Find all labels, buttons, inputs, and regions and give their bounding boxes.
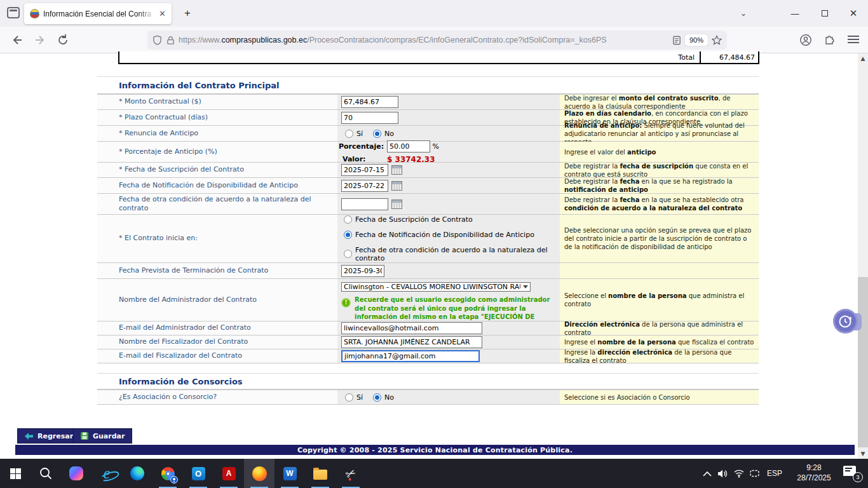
browser-tabstrip: Información Esencial del Contra ✕ + ⌄ — … xyxy=(0,0,868,27)
renuncia-no-radio[interactable] xyxy=(373,130,381,138)
lock-icon[interactable] xyxy=(166,36,175,45)
clock[interactable]: 9:28 28/7/2025 xyxy=(792,463,836,483)
taskbar-copilot-button[interactable] xyxy=(61,459,92,488)
field-label: * Plazo Contractual (días) xyxy=(97,110,337,125)
tab-close-icon[interactable]: ✕ xyxy=(159,10,166,18)
inicia-opcion2-radio[interactable] xyxy=(344,231,352,239)
timer-extension-widget[interactable] xyxy=(833,309,858,334)
monto-input[interactable] xyxy=(341,96,398,108)
row-fecha-notificacion: Fecha de Notificación de Disponibilidad … xyxy=(97,177,759,193)
window-minimize-button[interactable]: — xyxy=(783,4,807,23)
taskbar-file-explorer-button[interactable] xyxy=(305,459,336,488)
bookmark-star-icon[interactable] xyxy=(712,35,722,45)
tab-list-chevron-icon[interactable]: ⌄ xyxy=(736,6,751,21)
fecha-notificacion-input[interactable] xyxy=(341,180,388,192)
inicia-opcion1-radio[interactable] xyxy=(344,215,352,224)
taskbar-word-button[interactable]: W xyxy=(275,459,305,488)
renuncia-si-radio[interactable] xyxy=(345,130,353,138)
calendar-icon[interactable] xyxy=(391,165,402,175)
new-tab-button[interactable]: + xyxy=(180,6,195,21)
notification-center-button[interactable]: 3 xyxy=(841,459,863,488)
menu-hamburger-icon[interactable] xyxy=(848,34,859,45)
consorcio-si-radio[interactable] xyxy=(345,393,353,402)
reload-icon[interactable] xyxy=(56,33,70,47)
tray-chevron-up-icon[interactable] xyxy=(699,459,715,488)
firefox-icon xyxy=(252,466,267,481)
taskbar-firefox-button[interactable] xyxy=(244,459,275,488)
field-label: Fecha de Notificación de Disponibilidad … xyxy=(97,178,337,193)
windows-taskbar: e O A W ✂ ESP 9:28 28/7/2025 xyxy=(0,459,868,488)
language-indicator[interactable]: ESP xyxy=(763,469,787,478)
url-bar[interactable]: https://www.compraspublicas.gob.ec/Proce… xyxy=(147,30,727,50)
wifi-icon[interactable] xyxy=(731,459,747,488)
tracking-shield-icon[interactable] xyxy=(153,35,162,45)
radio-label: No xyxy=(384,393,394,402)
fiscalizador-input[interactable] xyxy=(341,336,482,348)
outlook-icon: O xyxy=(192,467,205,480)
cast-device-icon[interactable] xyxy=(747,459,763,488)
taskbar-acrobat-button[interactable]: A xyxy=(214,459,244,488)
calendar-icon[interactable] xyxy=(391,200,402,209)
edge-icon xyxy=(130,466,144,480)
radio-label: No xyxy=(384,130,394,138)
forward-icon[interactable] xyxy=(33,33,47,47)
percent-sign: % xyxy=(433,142,439,151)
radio-label: Fecha de Notificación de Disponibilidad … xyxy=(355,231,534,239)
browser-toolbar: https://www.compraspublicas.gob.ec/Proce… xyxy=(0,27,868,53)
start-button[interactable] xyxy=(0,459,31,488)
field-label: * Porcentaje de Anticipo (%) xyxy=(97,142,337,162)
chrome-profile-badge xyxy=(170,476,178,484)
radio-label: Sí xyxy=(356,130,363,138)
window-close-button[interactable]: ✕ xyxy=(841,4,865,23)
help-text: Ingrese el valor del anticipo xyxy=(560,142,759,162)
inicia-opcion3-radio[interactable] xyxy=(344,250,352,258)
taskbar-outlook-button[interactable]: O xyxy=(183,459,214,488)
field-label: Nombre del Fiscalizador del Contrato xyxy=(97,336,337,349)
scroll-down-icon[interactable]: ▼ xyxy=(858,449,868,459)
taskbar-search-button[interactable] xyxy=(31,459,61,488)
row-administrador: Nombre del Administrador del Contrato Cl… xyxy=(97,278,759,321)
zoom-level-badge[interactable]: 90% xyxy=(685,34,708,46)
tray-date: 28/7/2025 xyxy=(792,473,836,484)
regresar-button[interactable]: Regresar xyxy=(17,428,81,444)
back-icon[interactable] xyxy=(10,33,24,47)
porcentaje-label: Porcentaje: xyxy=(339,142,387,151)
scrollbar-thumb[interactable] xyxy=(858,277,868,447)
fiscalizador-email-input[interactable] xyxy=(341,350,480,362)
guardar-button[interactable]: Guardar xyxy=(73,428,132,444)
field-label: E-mail del Fiscalizador del Contrato xyxy=(97,349,337,363)
taskbar-chrome-button[interactable] xyxy=(153,459,183,488)
reader-view-icon[interactable] xyxy=(672,36,681,45)
account-icon[interactable] xyxy=(799,34,812,46)
plazo-input[interactable] xyxy=(341,112,398,124)
site-favicon-icon xyxy=(30,9,39,18)
taskbar-snipping-tool-button[interactable]: ✂ xyxy=(336,459,366,488)
taskbar-internet-explorer-button[interactable]: e xyxy=(92,459,122,488)
internet-explorer-icon: e xyxy=(103,466,110,480)
help-text: Ingrese el nombre de la persona que fisc… xyxy=(560,336,759,349)
fecha-terminacion-input[interactable] xyxy=(341,265,384,277)
windows-logo-icon xyxy=(10,468,21,479)
extensions-puzzle-icon[interactable] xyxy=(824,34,836,46)
page-scrollbar[interactable]: ▲ ▼ xyxy=(858,53,868,459)
row-porcentaje: * Porcentaje de Anticipo (%) Porcentaje:… xyxy=(97,141,759,162)
administrador-select[interactable]: Cliwinsgton - CEVALLOS MORENO LIWINSGTON… xyxy=(341,282,531,292)
taskbar-edge-button[interactable] xyxy=(122,459,153,488)
window-restore-button[interactable] xyxy=(813,4,837,23)
consorcio-no-radio[interactable] xyxy=(373,393,381,402)
admin-email-input[interactable] xyxy=(341,322,482,334)
row-monto: * Monto Contractual ($) Debe ingresar el… xyxy=(97,94,759,109)
help-text: Debe registrar la fecha en la que se ha … xyxy=(560,178,759,193)
scroll-up-icon[interactable]: ▲ xyxy=(858,53,868,64)
help-text: Seleccione el nombre de la persona que a… xyxy=(560,279,759,321)
porcentaje-input[interactable] xyxy=(387,140,430,152)
notification-count-badge: 3 xyxy=(853,472,863,482)
calendar-icon[interactable] xyxy=(391,181,402,191)
browser-tab[interactable]: Información Esencial del Contra ✕ xyxy=(24,3,172,24)
volume-icon[interactable] xyxy=(715,459,731,488)
help-text: Seleccione si es Asociación o Consorcio xyxy=(560,390,759,404)
copyright-bar: Copyright © 2008 - 2025 Servicio Naciona… xyxy=(15,445,855,455)
fecha-suscripcion-input[interactable] xyxy=(341,164,388,176)
fecha-otra-input[interactable] xyxy=(341,198,388,210)
firefox-view-icon[interactable] xyxy=(7,7,20,18)
